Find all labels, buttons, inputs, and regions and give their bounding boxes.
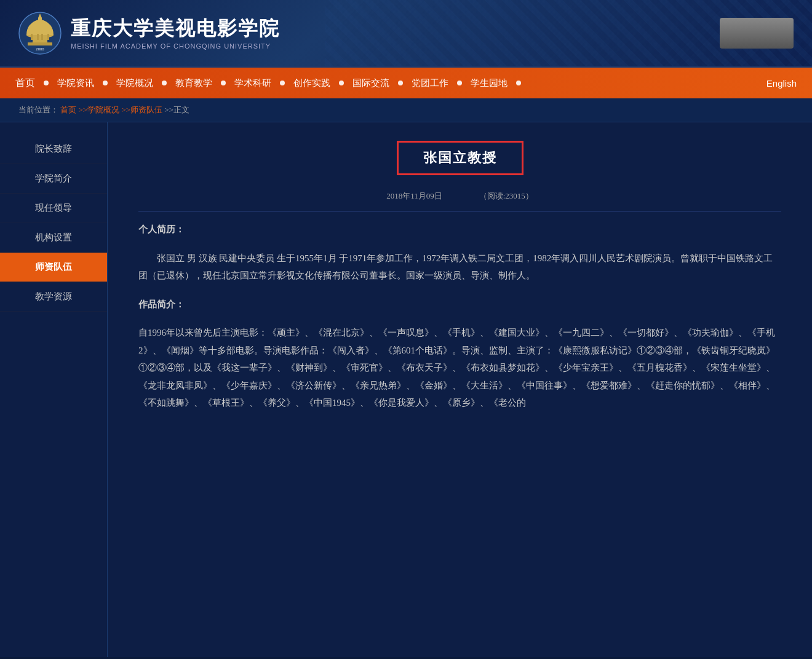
svg-rect-7: [41, 34, 43, 40]
nav-separator-6: [339, 81, 344, 85]
article-header: 张国立教授: [138, 141, 781, 175]
logo-text: 重庆大学美视电影学院 MEISHI FILM ACADEMY OF CHONGQ…: [71, 17, 280, 49]
nav-separator-3: [162, 81, 167, 85]
sidebar-item-intro[interactable]: 学院简介: [0, 164, 107, 194]
nav-separator-2: [103, 81, 108, 85]
section2-content: 自1996年以来曾先后主演电影：《顽主》、《混在北京》、《一声叹息》、《手机》、…: [138, 324, 781, 412]
article-read-count: （阅读:23015）: [479, 191, 533, 202]
breadcrumb: 当前位置： 首页 >>学院概况 >>师资队伍 >>正文: [0, 98, 812, 122]
svg-text:2000: 2000: [36, 47, 44, 51]
nav-separator-8: [457, 81, 462, 85]
breadcrumb-prefix: 当前位置：: [18, 105, 58, 114]
nav-separator-4: [221, 81, 226, 85]
nav-separator-7: [398, 81, 403, 85]
article-date: 2018年11月09日: [386, 191, 442, 202]
breadcrumb-home[interactable]: 首页: [60, 105, 76, 114]
nav-separator-5: [280, 81, 285, 85]
article-title-box: 张国立教授: [397, 141, 523, 175]
nav-item-party[interactable]: 党团工作: [407, 68, 453, 98]
breadcrumb-overview[interactable]: >>学院概况: [79, 105, 120, 114]
nav-item-education[interactable]: 教育教学: [170, 68, 217, 98]
nav: 首页 学院资讯 学院概况 教育教学 学术科研 创作实践 国际交流 党团工作 学生…: [0, 68, 812, 98]
article-meta: 2018年11月09日 （阅读:23015）: [138, 191, 781, 211]
logo-area: 2000 重庆大学美视电影学院 MEISHI FILM ACADEMY OF C…: [18, 12, 280, 55]
nav-separator-9: [516, 81, 521, 85]
section1-title: 个人简历：: [138, 221, 781, 239]
section1-content: 张国立 男 汉族 民建中央委员 生于1955年1月 于1971年参加工作，197…: [138, 250, 781, 285]
svg-rect-6: [37, 34, 39, 40]
sidebar-item-leaders[interactable]: 现任领导: [0, 194, 107, 223]
nav-item-student[interactable]: 学生园地: [466, 68, 512, 98]
breadcrumb-faculty[interactable]: >>师资队伍: [121, 105, 162, 114]
logo-title: 重庆大学美视电影学院: [71, 17, 280, 40]
section2-title: 作品简介：: [138, 296, 781, 314]
nav-items: 首页 学院资讯 学院概况 教育教学 学术科研 创作实践 国际交流 党团工作 学生…: [6, 68, 806, 98]
svg-rect-5: [31, 34, 33, 40]
logo-subtitle: MEISHI FILM ACADEMY OF CHONGQING UNIVERS…: [71, 42, 280, 50]
nav-item-home[interactable]: 首页: [6, 68, 40, 98]
article-body: 个人简历： 张国立 男 汉族 民建中央委员 生于1955年1月 于1971年参加…: [138, 221, 781, 412]
nav-item-news[interactable]: 学院资讯: [52, 68, 99, 98]
article-title: 张国立教授: [423, 149, 497, 167]
sidebar-item-faculty[interactable]: 师资队伍: [0, 253, 107, 282]
nav-item-overview[interactable]: 学院概况: [111, 68, 158, 98]
sidebar-item-resources[interactable]: 教学资源: [0, 282, 107, 312]
svg-rect-8: [47, 34, 49, 40]
nav-separator-1: [44, 81, 49, 85]
svg-rect-2: [33, 35, 47, 42]
logo-icon: 2000: [18, 12, 62, 55]
nav-item-english[interactable]: English: [757, 78, 806, 89]
sidebar-item-structure[interactable]: 机构设置: [0, 223, 107, 253]
svg-rect-9: [28, 42, 52, 45]
content-area: 张国立教授 2018年11月09日 （阅读:23015） 个人简历： 张国立 男…: [108, 122, 812, 657]
nav-item-international[interactable]: 国际交流: [348, 68, 394, 98]
header: 2000 重庆大学美视电影学院 MEISHI FILM ACADEMY OF C…: [0, 0, 812, 68]
svg-rect-3: [38, 18, 42, 23]
nav-item-practice[interactable]: 创作实践: [289, 68, 335, 98]
main-container: 院长致辞 学院简介 现任领导 机构设置 师资队伍 教学资源 张国立教授 2018…: [0, 122, 812, 657]
sidebar: 院长致辞 学院简介 现任领导 机构设置 师资队伍 教学资源: [0, 122, 108, 657]
header-right-image: [720, 18, 794, 49]
nav-item-research[interactable]: 学术科研: [229, 68, 276, 98]
sidebar-item-dean[interactable]: 院长致辞: [0, 135, 107, 164]
breadcrumb-current: >>正文: [164, 105, 189, 114]
